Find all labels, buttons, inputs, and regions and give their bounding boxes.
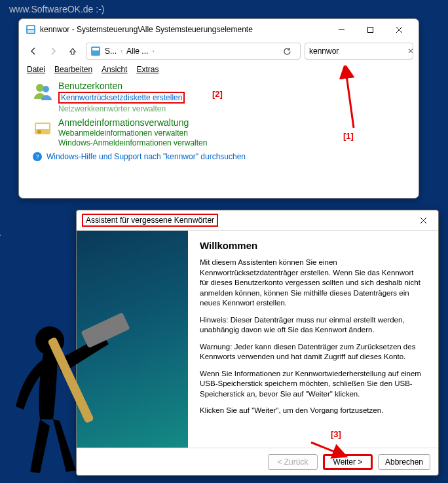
user-accounts-icon: [32, 81, 53, 102]
menu-file[interactable]: Datei: [27, 65, 45, 74]
svg-rect-12: [36, 124, 49, 129]
svg-point-20: [35, 326, 64, 355]
wizard-paragraph: Wenn Sie Informationen zur Kennwortwiede…: [200, 369, 424, 400]
chevron-right-icon: ›: [152, 48, 154, 54]
wizard-sidebar-image: [77, 231, 188, 448]
help-search-row[interactable]: ? Windows-Hilfe und Support nach "kennwo…: [32, 151, 408, 162]
svg-rect-2: [28, 30, 34, 33]
chevron-right-icon: ›: [121, 48, 122, 54]
control-panel-icon: [90, 46, 101, 56]
link-web-credentials[interactable]: Webanmeldeinformationen verwalten: [58, 128, 207, 138]
svg-rect-1: [28, 26, 34, 29]
svg-line-16: [346, 71, 354, 128]
wizard-heading: Willkommen: [200, 240, 424, 251]
wizard-footer: < Zurück Weiter > Abbrechen: [77, 448, 438, 475]
link-create-reset-disk[interactable]: Kennwortrücksetzdiskette erstellen: [61, 93, 182, 102]
watermark: www.SoftwareOK.de :-): [9, 4, 105, 14]
breadcrumb[interactable]: S... › Alle ... ›: [86, 43, 301, 60]
credential-manager-icon: [32, 117, 53, 138]
svg-text:?: ?: [36, 153, 39, 161]
annotation-arrow-1: [327, 66, 367, 131]
breadcrumb-item[interactable]: Alle ...: [126, 47, 148, 56]
svg-rect-4: [367, 27, 373, 32]
link-windows-credentials[interactable]: Windows-Anmeldeinformationen verwalten: [58, 138, 207, 147]
svg-point-9: [36, 84, 44, 92]
nav-forward-button[interactable]: [44, 42, 62, 60]
svg-point-13: [37, 130, 41, 134]
annotation-2: [2]: [212, 89, 223, 99]
wizard-paragraph: Klicken Sie auf "Weiter", um den Vorgang…: [200, 406, 424, 416]
result-heading[interactable]: Benutzerkonten: [58, 81, 185, 91]
minimize-button[interactable]: [327, 20, 356, 39]
wizard-paragraph: Hinweis: Dieser Datenträger muss nur ein…: [200, 315, 424, 336]
wizard-titlebar[interactable]: Assistent für vergessene Kennwörter: [77, 210, 438, 230]
close-button[interactable]: [412, 212, 434, 228]
close-button[interactable]: [384, 20, 413, 39]
titlebar[interactable]: kennwor - Systemsteuerung\Alle Systemste…: [19, 19, 419, 40]
menu-edit[interactable]: Bearbeiten: [54, 65, 92, 74]
wizard-title: Assistent für vergessene Kennwörter: [82, 214, 218, 227]
annotation-arrow-3: [308, 436, 354, 469]
nav-up-button[interactable]: [64, 42, 82, 60]
wizard-paragraph: Mit diesem Assistenten können Sie einen …: [200, 258, 424, 309]
menu-extras[interactable]: Extras: [136, 65, 159, 74]
breadcrumb-item[interactable]: S...: [105, 47, 117, 56]
window-title: kennwor - Systemsteuerung\Alle Systemste…: [40, 25, 327, 34]
help-icon: ?: [32, 151, 43, 162]
search-input[interactable]: [309, 47, 407, 56]
forgotten-password-wizard: Assistent für vergessene Kennwörter Will…: [76, 210, 439, 476]
wizard-content: Willkommen Mit diesem Assistenten können…: [188, 231, 438, 448]
cancel-button[interactable]: Abbrechen: [378, 454, 430, 470]
maximize-button[interactable]: [356, 20, 384, 39]
svg-rect-8: [92, 48, 99, 50]
nav-back-button[interactable]: [24, 42, 43, 60]
refresh-button[interactable]: [278, 43, 296, 60]
address-bar-row: S... › Alle ... › ✕: [19, 40, 419, 62]
help-link[interactable]: Windows-Hilfe und Support nach "kennwor"…: [47, 152, 246, 161]
search-box[interactable]: ✕: [305, 43, 413, 60]
control-panel-icon: [26, 24, 36, 35]
svg-point-10: [43, 86, 49, 92]
clear-search-icon[interactable]: ✕: [407, 47, 414, 56]
link-manage-network-passwords[interactable]: Netzwerkkennwörter verwalten: [58, 104, 185, 113]
result-heading[interactable]: Anmeldeinformationsverwaltung: [58, 117, 207, 128]
watermark: www.SoftwareOK.de :-): [0, 233, 1, 328]
wizard-paragraph: Warnung: Jeder kann diesen Datenträger z…: [200, 342, 424, 362]
menu-view[interactable]: Ansicht: [102, 65, 127, 74]
svg-line-19: [311, 442, 341, 454]
annotation-1: [1]: [343, 131, 354, 141]
